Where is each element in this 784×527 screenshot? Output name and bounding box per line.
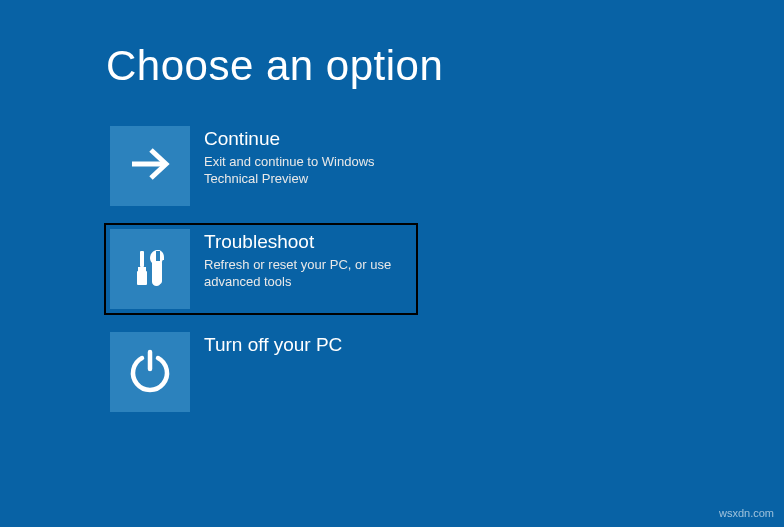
recovery-options-container: Choose an option Continue Exit and conti… — [0, 0, 784, 416]
arrow-right-icon — [125, 139, 175, 193]
watermark-text: wsxdn.com — [719, 507, 774, 519]
continue-tile-icon — [110, 126, 190, 206]
turnoff-title: Turn off your PC — [204, 334, 412, 357]
troubleshoot-tile-icon — [110, 229, 190, 309]
svg-rect-2 — [138, 267, 146, 271]
svg-rect-3 — [137, 271, 147, 285]
tools-icon — [125, 242, 175, 296]
turnoff-tile-icon — [110, 332, 190, 412]
troubleshoot-option[interactable]: Troubleshoot Refresh or reset your PC, o… — [106, 225, 416, 313]
turnoff-text: Turn off your PC — [190, 332, 412, 359]
troubleshoot-subtitle: Refresh or reset your PC, or use advance… — [204, 256, 412, 291]
continue-option[interactable]: Continue Exit and continue to Windows Te… — [106, 122, 416, 210]
svg-rect-5 — [156, 251, 160, 261]
continue-subtitle: Exit and continue to Windows Technical P… — [204, 153, 412, 188]
svg-rect-1 — [140, 251, 144, 267]
page-title: Choose an option — [106, 42, 784, 90]
continue-title: Continue — [204, 128, 412, 151]
continue-text: Continue Exit and continue to Windows Te… — [190, 126, 412, 188]
power-icon — [125, 345, 175, 399]
turnoff-option[interactable]: Turn off your PC — [106, 328, 416, 416]
troubleshoot-text: Troubleshoot Refresh or reset your PC, o… — [190, 229, 412, 291]
svg-rect-4 — [154, 260, 162, 284]
troubleshoot-title: Troubleshoot — [204, 231, 412, 254]
